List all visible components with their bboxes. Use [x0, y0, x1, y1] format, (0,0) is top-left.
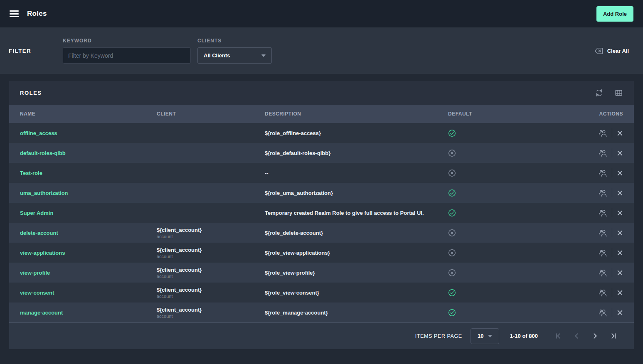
first-page-icon[interactable] — [552, 332, 565, 340]
role-name-link[interactable]: offline_access — [20, 130, 57, 136]
assign-users-icon[interactable] — [599, 149, 607, 157]
role-description: ${role_view-applications} — [265, 250, 448, 256]
items-per-page-label: ITEMS PER PAGE — [415, 333, 462, 339]
client-id: account — [157, 314, 265, 319]
table-row: uma_authorization ${role_uma_authorizati… — [9, 183, 634, 203]
column-header-description: DESCRIPTION — [265, 111, 448, 117]
default-false-icon — [448, 249, 456, 257]
chevron-down-icon — [488, 335, 492, 337]
page-size-select[interactable]: 10 — [471, 328, 499, 344]
assign-users-icon[interactable] — [599, 289, 607, 297]
delete-role-icon[interactable] — [617, 190, 623, 196]
default-false-icon — [448, 229, 456, 237]
client-cell: ${client_account} account — [157, 287, 265, 299]
assign-users-icon[interactable] — [599, 309, 607, 317]
next-page-icon[interactable] — [589, 332, 601, 340]
add-role-button[interactable]: Add Role — [596, 6, 633, 22]
keyword-input[interactable] — [63, 47, 191, 64]
default-false-icon — [448, 169, 456, 177]
client-id: account — [157, 234, 265, 239]
clients-field: CLIENTS All Clients — [197, 38, 272, 64]
assign-users-icon[interactable] — [599, 229, 607, 237]
client-cell — [157, 192, 265, 193]
table-row: Super Admin Temporary created Realm Role… — [9, 203, 634, 223]
role-name-link[interactable]: Super Admin — [20, 210, 53, 216]
chevron-down-icon — [261, 54, 266, 57]
client-name: ${client_account} — [157, 287, 265, 293]
client-name: ${client_account} — [157, 227, 265, 233]
clear-all-label: Clear All — [607, 48, 629, 54]
actions-divider — [612, 248, 612, 257]
column-header-name: NAME — [20, 111, 157, 117]
page-range-label: 1-10 of 800 — [510, 333, 538, 339]
delete-role-icon[interactable] — [617, 210, 623, 216]
top-bar: Roles Add Role — [0, 0, 643, 27]
default-true-icon — [448, 129, 456, 137]
page-size-value: 10 — [478, 333, 483, 339]
role-name-link[interactable]: Test-role — [20, 170, 42, 176]
last-page-icon[interactable] — [607, 332, 620, 340]
assign-users-icon[interactable] — [599, 249, 607, 257]
role-name-link[interactable]: view-consent — [20, 290, 54, 296]
table-view-icon[interactable] — [614, 89, 623, 97]
role-description: ${role_view-profile} — [265, 270, 448, 276]
table-body: offline_access ${role_offline-access} — [9, 123, 634, 322]
delete-role-icon[interactable] — [617, 270, 623, 276]
delete-role-icon[interactable] — [617, 150, 623, 156]
role-description: ${role_view-consent} — [265, 290, 448, 296]
previous-page-icon[interactable] — [570, 332, 583, 340]
keyword-label: KEYWORD — [63, 38, 191, 44]
client-id: account — [157, 254, 265, 259]
roles-card: ROLES NAME C — [9, 81, 634, 349]
menu-icon[interactable] — [10, 10, 19, 17]
table-row: Test-role -- — [9, 163, 634, 183]
role-description: Temporary created Realm Role to give ful… — [265, 210, 448, 216]
default-true-icon — [448, 289, 456, 297]
table-row: default-roles-qibb ${role_default-roles-… — [9, 143, 634, 163]
role-name-link[interactable]: view-applications — [20, 250, 65, 256]
assign-users-icon[interactable] — [599, 189, 607, 197]
client-cell — [157, 212, 265, 213]
assign-users-icon[interactable] — [599, 169, 607, 177]
assign-users-icon[interactable] — [599, 209, 607, 217]
client-cell: ${client_account} account — [157, 307, 265, 319]
role-name-link[interactable]: default-roles-qibb — [20, 150, 66, 156]
paginator: ITEMS PER PAGE 10 1-10 of 800 — [9, 322, 634, 349]
delete-role-icon[interactable] — [617, 250, 623, 256]
actions-divider — [612, 148, 612, 157]
backspace-icon — [594, 47, 604, 55]
role-description: ${role_delete-account} — [265, 230, 448, 236]
role-description: ${role_offline-access} — [265, 130, 448, 136]
client-cell — [157, 152, 265, 153]
role-name-link[interactable]: view-profile — [20, 270, 50, 276]
client-cell: ${client_account} account — [157, 247, 265, 259]
role-description: ${role_default-roles-qibb} — [265, 150, 448, 156]
table-row: view-consent ${client_account} account $… — [9, 283, 634, 303]
role-name-link[interactable]: uma_authorization — [20, 190, 68, 196]
actions-divider — [612, 308, 612, 317]
table-row: view-applications ${client_account} acco… — [9, 243, 634, 263]
delete-role-icon[interactable] — [617, 290, 623, 296]
clients-select[interactable]: All Clients — [197, 47, 272, 64]
default-true-icon — [448, 209, 456, 217]
clear-all-button[interactable]: Clear All — [594, 47, 629, 55]
delete-role-icon[interactable] — [617, 230, 623, 236]
keyword-field: KEYWORD — [63, 38, 191, 64]
delete-role-icon[interactable] — [617, 130, 623, 136]
role-description: ${role_uma_authorization} — [265, 190, 448, 196]
client-name: ${client_account} — [157, 247, 265, 253]
column-header-client: CLIENT — [157, 111, 265, 117]
table-row: view-profile ${client_account} account $… — [9, 263, 634, 283]
column-header-default: DEFAULT — [448, 111, 573, 117]
assign-users-icon[interactable] — [599, 129, 607, 137]
refresh-icon[interactable] — [595, 89, 604, 97]
delete-role-icon[interactable] — [617, 170, 623, 176]
assign-users-icon[interactable] — [599, 269, 607, 277]
role-name-link[interactable]: delete-account — [20, 230, 58, 236]
delete-role-icon[interactable] — [617, 310, 623, 316]
table-row: delete-account ${client_account} account… — [9, 223, 634, 243]
client-cell: ${client_account} account — [157, 267, 265, 279]
role-description: -- — [265, 170, 448, 176]
role-name-link[interactable]: manage-account — [20, 310, 63, 316]
table-row: offline_access ${role_offline-access} — [9, 123, 634, 143]
